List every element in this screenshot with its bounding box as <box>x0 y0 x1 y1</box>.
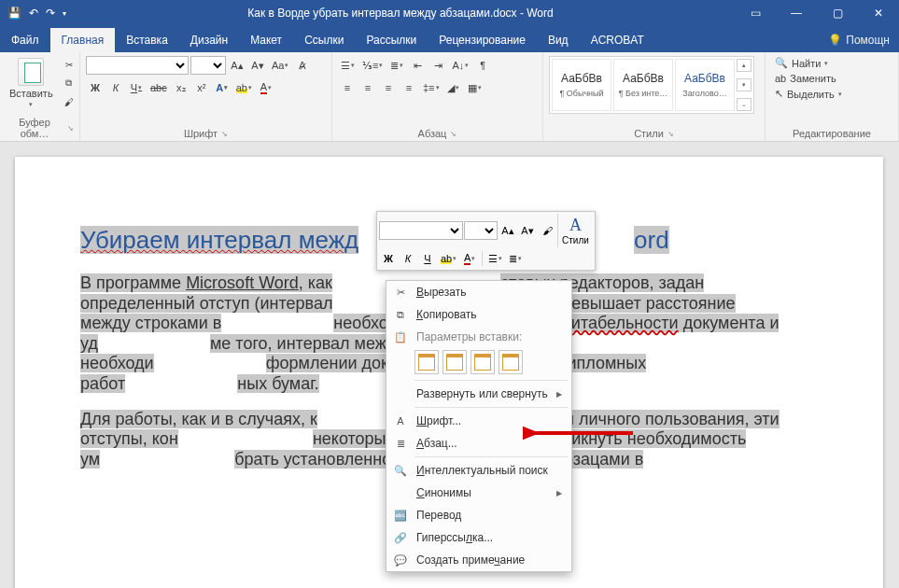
mini-styles-button[interactable]: AСтили <box>557 214 593 247</box>
change-case-button[interactable]: Aa <box>269 56 291 75</box>
sort-button[interactable]: A↓ <box>449 56 471 75</box>
maximize-icon[interactable]: ▢ <box>817 0 858 26</box>
style-no-spacing[interactable]: АаБбВв¶ Без инте… <box>613 59 673 111</box>
tab-file[interactable]: Файл <box>0 28 50 52</box>
align-right-button[interactable]: ≡ <box>379 78 398 97</box>
ctx-new-comment[interactable]: 💬Создать примечание <box>386 549 571 571</box>
clear-formatting-button[interactable]: A̷ <box>293 56 312 75</box>
paste-keep-source[interactable] <box>414 350 439 374</box>
tell-me[interactable]: 💡Помощн <box>819 28 899 52</box>
ribbon-options-icon[interactable]: ▭ <box>735 0 776 26</box>
paragraph-icon: ≣ <box>392 435 409 452</box>
style-heading1[interactable]: АаБбВвЗаголово… <box>675 59 735 111</box>
font-size-select[interactable] <box>190 56 226 75</box>
mini-font-size[interactable] <box>464 221 498 240</box>
paste-merge[interactable] <box>442 350 467 374</box>
numbering-button[interactable]: ⅓≡ <box>359 56 386 75</box>
italic-button[interactable]: К <box>106 78 125 97</box>
bullets-button[interactable]: ☰ <box>338 56 358 75</box>
mini-bold[interactable]: Ж <box>379 249 398 268</box>
save-icon[interactable]: 💾 <box>7 7 21 20</box>
strike-button[interactable]: abc <box>147 78 170 97</box>
undo-icon[interactable]: ↶ <box>29 7 38 20</box>
mini-format-painter[interactable]: 🖌 <box>538 221 556 240</box>
ctx-cut[interactable]: ✂Вырезать <box>386 281 571 303</box>
redo-icon[interactable]: ↷ <box>46 7 55 20</box>
tab-acrobat[interactable]: ACROBAT <box>580 28 655 52</box>
tab-references[interactable]: Ссылки <box>293 28 355 52</box>
bold-button[interactable]: Ж <box>86 78 105 97</box>
tab-layout[interactable]: Макет <box>239 28 293 52</box>
tab-view[interactable]: Вид <box>537 28 580 52</box>
cut-button[interactable]: ✂ <box>61 56 77 73</box>
find-button[interactable]: 🔍Найти▾ <box>771 56 892 70</box>
styles-gallery[interactable]: АаБбВв¶ Обычный АаБбВв¶ Без инте… АаБбВв… <box>549 56 754 114</box>
mini-shrink-font[interactable]: A▾ <box>518 221 537 240</box>
paste-button[interactable]: Вставить ▾ <box>6 56 57 110</box>
paste-icon <box>18 58 44 86</box>
decrease-indent-button[interactable]: ⇤ <box>408 56 427 75</box>
group-label-editing: Редактирование <box>793 128 871 139</box>
styles-more[interactable]: ▴▾⌄ <box>737 59 752 111</box>
paste-options <box>386 348 571 378</box>
paste-picture[interactable] <box>471 350 495 374</box>
copy-button[interactable]: ⧉ <box>61 75 77 91</box>
shading-button[interactable]: ◢ <box>444 78 463 97</box>
group-label-styles: Стили <box>634 128 664 139</box>
line-spacing-button[interactable]: ‡≡ <box>420 78 442 97</box>
close-icon[interactable]: ✕ <box>858 0 899 26</box>
dialog-launcher-icon[interactable]: ↘ <box>67 124 74 133</box>
ctx-smart-lookup[interactable]: 🔍Интеллектуальный поиск <box>386 459 571 482</box>
mini-grow-font[interactable]: A▴ <box>499 221 517 240</box>
text-effects-button[interactable]: A <box>213 78 232 97</box>
shrink-font-button[interactable]: A▾ <box>248 56 267 75</box>
align-center-button[interactable]: ≡ <box>358 78 377 97</box>
group-paragraph: ☰ ⅓≡ ≣ ⇤ ⇥ A↓ ¶ ≡ ≡ ≡ ≡ ‡≡ ◢ ▦ Абзац↘ <box>332 52 543 141</box>
grow-font-button[interactable]: A▴ <box>228 56 246 75</box>
tab-mailings[interactable]: Рассылки <box>355 28 428 52</box>
mini-underline[interactable]: Ч <box>418 249 437 268</box>
copy-icon: ⧉ <box>392 306 409 323</box>
ctx-hyperlink[interactable]: 🔗Гиперссылка... <box>386 526 571 549</box>
dialog-launcher-icon[interactable]: ↘ <box>450 130 457 138</box>
mini-highlight[interactable]: ab <box>438 249 459 268</box>
subscript-button[interactable]: x₂ <box>172 78 190 97</box>
mini-bullets[interactable]: ☰ <box>485 249 505 268</box>
dialog-launcher-icon[interactable]: ↘ <box>667 130 674 138</box>
superscript-button[interactable]: x² <box>192 78 211 97</box>
font-family-select[interactable] <box>86 56 189 75</box>
align-left-button[interactable]: ≡ <box>338 78 357 97</box>
increase-indent-button[interactable]: ⇥ <box>428 56 447 75</box>
style-normal[interactable]: АаБбВв¶ Обычный <box>552 59 611 111</box>
dialog-launcher-icon[interactable]: ↘ <box>221 130 228 138</box>
show-marks-button[interactable]: ¶ <box>473 56 492 75</box>
tab-insert[interactable]: Вставка <box>115 28 179 52</box>
replace-button[interactable]: abЗаменить <box>771 72 892 85</box>
mini-font-color[interactable]: A <box>460 249 479 268</box>
tab-home[interactable]: Главная <box>50 28 116 52</box>
ctx-translate[interactable]: 🔤Перевод <box>386 504 571 526</box>
font-color-button[interactable]: A <box>257 78 275 97</box>
paste-text-only[interactable] <box>499 350 523 374</box>
ctx-expand-collapse[interactable]: Развернуть или свернуть▶ <box>386 383 571 405</box>
group-clipboard: Вставить ▾ ✂ ⧉ 🖌 Буфер обм…↘ <box>0 52 80 141</box>
highlight-button[interactable]: ab <box>233 78 255 97</box>
ctx-synonyms[interactable]: Синонимы▶ <box>386 482 571 504</box>
mini-font-family[interactable] <box>379 221 463 240</box>
font-icon: A <box>392 413 409 429</box>
justify-button[interactable]: ≡ <box>400 78 418 97</box>
clipboard-icon: 📋 <box>392 329 409 345</box>
group-label-paragraph: Абзац <box>418 128 447 139</box>
mini-numbering[interactable]: ≣ <box>506 249 525 268</box>
select-button[interactable]: ↖Выделить▾ <box>771 87 892 101</box>
tab-design[interactable]: Дизайн <box>179 28 239 52</box>
format-painter-button[interactable]: 🖌 <box>61 93 77 110</box>
multilevel-button[interactable]: ≣ <box>387 56 406 75</box>
tab-review[interactable]: Рецензирование <box>428 28 537 52</box>
mini-italic[interactable]: К <box>399 249 417 268</box>
underline-button[interactable]: Ч <box>127 78 146 97</box>
minimize-icon[interactable]: — <box>776 0 817 26</box>
borders-button[interactable]: ▦ <box>465 78 485 97</box>
ctx-copy[interactable]: ⧉Копировать <box>386 303 571 326</box>
comment-icon: 💬 <box>392 552 409 568</box>
